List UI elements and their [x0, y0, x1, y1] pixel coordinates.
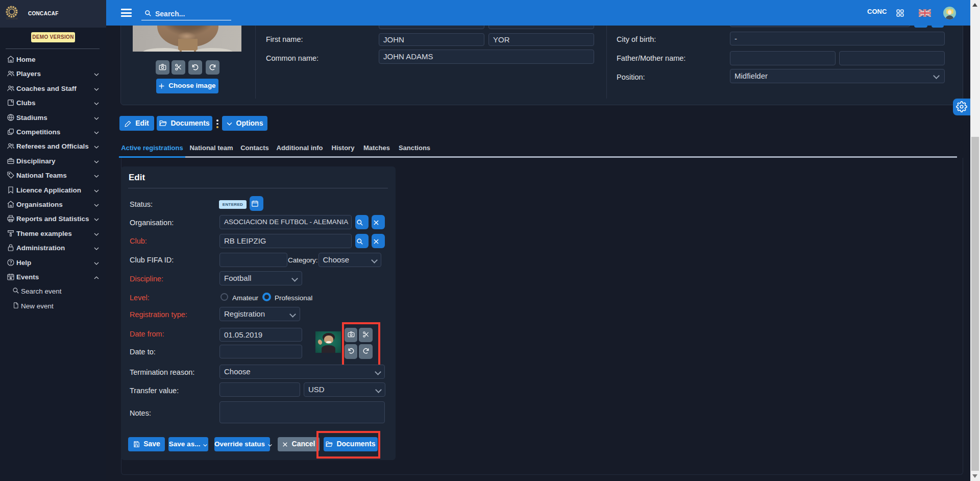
svg-text:Concacaf: Concacaf	[6, 17, 18, 20]
